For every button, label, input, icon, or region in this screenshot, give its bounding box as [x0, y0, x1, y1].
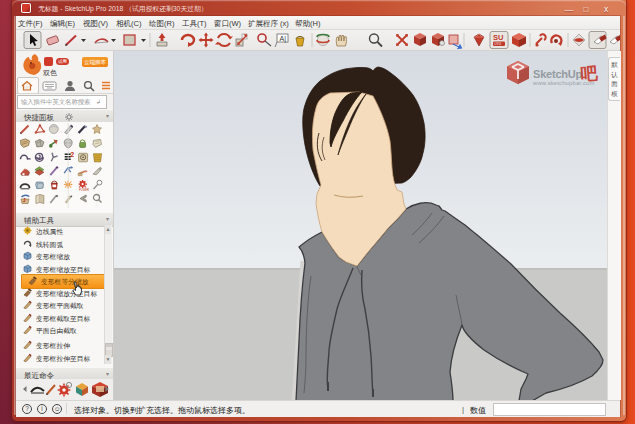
- svg-text:SketchUp: SketchUp: [533, 68, 583, 80]
- svg-text:A|: A|: [280, 35, 287, 43]
- svg-text:www.sketchupbar.com: www.sketchupbar.com: [532, 80, 594, 86]
- svg-text:LYU: LYU: [494, 42, 501, 46]
- svg-text:2: 2: [70, 151, 74, 158]
- svg-text:POWER: POWER: [79, 188, 89, 192]
- svg-text:SU: SU: [493, 33, 503, 42]
- svg-text:J: J: [23, 197, 26, 203]
